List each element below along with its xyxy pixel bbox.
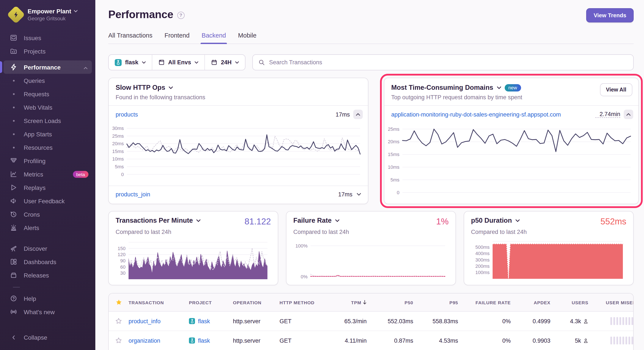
- tab-bar: All Transactions Frontend Backend Mobile: [108, 32, 634, 44]
- flask-project-icon: [189, 318, 195, 324]
- svg-text:20ms: 20ms: [388, 139, 400, 144]
- env-icon: [158, 59, 165, 66]
- search-input[interactable]: [269, 59, 628, 66]
- transaction-link[interactable]: product_info: [128, 318, 161, 324]
- active-indicator: [0, 61, 2, 73]
- view-all-button[interactable]: View All: [600, 83, 632, 96]
- sidebar-item-queries[interactable]: Queries: [4, 74, 92, 87]
- col-tpm[interactable]: TPM: [328, 300, 369, 305]
- sidebar-item-dashboards[interactable]: Dashboards: [4, 255, 92, 268]
- org-switcher[interactable]: Empower Plant George Gritsouk: [0, 8, 95, 22]
- sidebar-item-metrics[interactable]: Metrics beta: [4, 167, 92, 181]
- slow-http-ops-panel: Slow HTTP Ops Found in the following tra…: [108, 78, 368, 204]
- project-cell[interactable]: flask: [189, 337, 233, 344]
- svg-text:200ms: 200ms: [475, 263, 490, 269]
- chevron-down-icon: [74, 10, 78, 13]
- tab-all-transactions[interactable]: All Transactions: [108, 32, 152, 44]
- tpm-value: 81.122: [244, 217, 271, 227]
- sidebar-item-whats-new[interactable]: What's new: [4, 305, 92, 318]
- tab-backend[interactable]: Backend: [202, 32, 226, 44]
- project-cell[interactable]: flask: [189, 318, 233, 324]
- col-project[interactable]: PROJECT: [189, 300, 233, 305]
- failure-rate-cell: 0%: [461, 337, 513, 344]
- sidebar-item-web-vitals[interactable]: Web Vitals: [4, 101, 92, 114]
- tpm-cell: 4.11/min: [328, 337, 369, 344]
- megaphone-icon: [10, 197, 18, 205]
- svg-text:5ms: 5ms: [390, 177, 400, 183]
- new-badge: new: [504, 84, 521, 91]
- col-failure-rate[interactable]: FAILURE RATE: [461, 300, 513, 305]
- chevron-up-icon: [356, 113, 360, 116]
- sidebar-item-replays[interactable]: Replays: [4, 181, 92, 194]
- col-p95[interactable]: P95: [416, 300, 461, 305]
- users-cell: 4.3k: [553, 318, 591, 324]
- bullet-icon: [10, 106, 18, 108]
- search-transactions: [252, 54, 634, 70]
- sidebar-item-user-feedback[interactable]: User Feedback: [4, 194, 92, 208]
- sidebar-item-discover[interactable]: Discover: [4, 242, 92, 255]
- col-operation[interactable]: OPERATION: [233, 300, 280, 305]
- svg-text:10ms: 10ms: [112, 156, 124, 162]
- tpm-title[interactable]: Transactions Per Minute: [116, 217, 200, 224]
- chevron-down-icon: [497, 86, 501, 89]
- bullet-icon: [10, 133, 18, 135]
- sidebar-item-releases[interactable]: Releases: [4, 268, 92, 282]
- sidebar-item-requests[interactable]: Requests: [4, 87, 92, 101]
- broadcast-icon: [10, 308, 18, 315]
- col-http-method[interactable]: HTTP METHOD: [280, 300, 328, 305]
- sidebar-item-performance[interactable]: Performance: [4, 61, 92, 74]
- project-filter[interactable]: flask: [109, 55, 152, 70]
- table-row: product_info flask http.server GET 65.3/…: [109, 311, 633, 331]
- col-users[interactable]: USERS: [553, 300, 591, 305]
- p50-title[interactable]: p50 Duration: [471, 217, 520, 224]
- failure-rate-title[interactable]: Failure Rate: [293, 217, 339, 224]
- tab-mobile[interactable]: Mobile: [238, 32, 256, 44]
- col-user-misery[interactable]: USER MISERY: [591, 300, 634, 305]
- main-content: Performance ? View Trends All Transactio…: [95, 0, 644, 350]
- transaction-link[interactable]: products: [116, 111, 138, 118]
- col-p50[interactable]: P50: [369, 300, 416, 305]
- star-outline-icon: [115, 337, 122, 344]
- replays-icon: [10, 184, 18, 191]
- page-help-icon[interactable]: ?: [177, 12, 184, 19]
- domains-title[interactable]: Most Time-Consuming Domains new: [391, 84, 632, 92]
- svg-text:30ms: 30ms: [112, 126, 124, 131]
- environment-filter[interactable]: All Envs: [152, 55, 205, 70]
- svg-text:25ms: 25ms: [112, 133, 124, 139]
- slow-http-ops-title[interactable]: Slow HTTP Ops: [116, 84, 361, 92]
- page-title: Performance: [108, 8, 173, 21]
- duration-value: 2.74min: [595, 111, 620, 118]
- col-transaction[interactable]: TRANSACTION: [128, 300, 189, 305]
- tpm-chart: 150120906030: [116, 240, 271, 280]
- sidebar-item-resources[interactable]: Resources: [4, 141, 92, 154]
- sidebar-item-issues[interactable]: Issues: [4, 31, 92, 45]
- domain-link[interactable]: application-monitoring-ruby-dot-sales-en…: [391, 111, 561, 118]
- tab-frontend[interactable]: Frontend: [164, 32, 190, 44]
- favorite-star-button[interactable]: [109, 337, 128, 344]
- collapse-row-button[interactable]: [624, 110, 633, 119]
- app-window: Empower Plant George Gritsouk Issues Pro…: [0, 0, 644, 350]
- view-trends-button[interactable]: View Trends: [586, 8, 634, 23]
- most-time-consuming-domains-panel: Most Time-Consuming Domains new Top outg…: [384, 78, 639, 204]
- user-misery-cell: [591, 317, 634, 325]
- transaction-link[interactable]: organization: [128, 337, 160, 344]
- sidebar-item-alerts[interactable]: Alerts: [4, 221, 92, 234]
- svg-text:150: 150: [118, 246, 126, 251]
- expand-row-button[interactable]: [357, 193, 361, 196]
- star-column-header[interactable]: [109, 299, 128, 305]
- sidebar-item-screen-loads[interactable]: Screen Loads: [4, 114, 92, 127]
- sidebar-item-app-starts[interactable]: App Starts: [4, 127, 92, 141]
- sidebar-item-projects[interactable]: Projects: [4, 45, 92, 58]
- favorite-star-button[interactable]: [109, 318, 128, 324]
- sidebar-item-help[interactable]: Help: [4, 292, 92, 305]
- collapse-row-button[interactable]: [353, 110, 363, 119]
- sidebar-item-crons[interactable]: Crons: [4, 208, 92, 221]
- svg-text:60: 60: [120, 264, 126, 270]
- sidebar-collapse-button[interactable]: Collapse: [4, 330, 92, 344]
- sidebar-item-profiling[interactable]: Profiling: [4, 154, 92, 167]
- col-apdex[interactable]: APDEX: [513, 300, 553, 305]
- http-method-cell: GET: [280, 318, 328, 324]
- time-range-filter[interactable]: 24H: [204, 55, 245, 70]
- sidebar: Empower Plant George Gritsouk Issues Pro…: [0, 0, 95, 350]
- transaction-link[interactable]: products_join: [116, 191, 150, 198]
